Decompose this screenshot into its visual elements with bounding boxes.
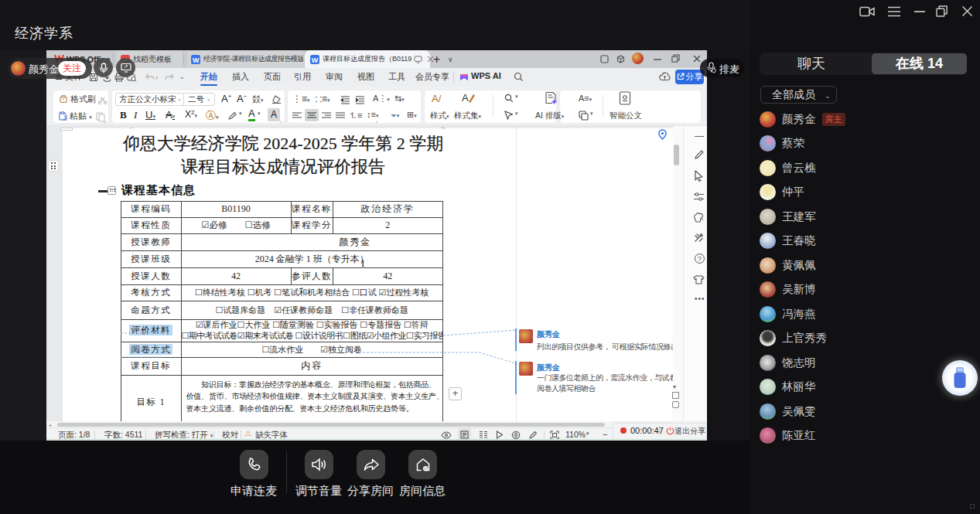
svg-text:A: A xyxy=(462,92,469,104)
svg-text:W: W xyxy=(312,56,319,63)
svg-text:W: W xyxy=(193,56,200,63)
